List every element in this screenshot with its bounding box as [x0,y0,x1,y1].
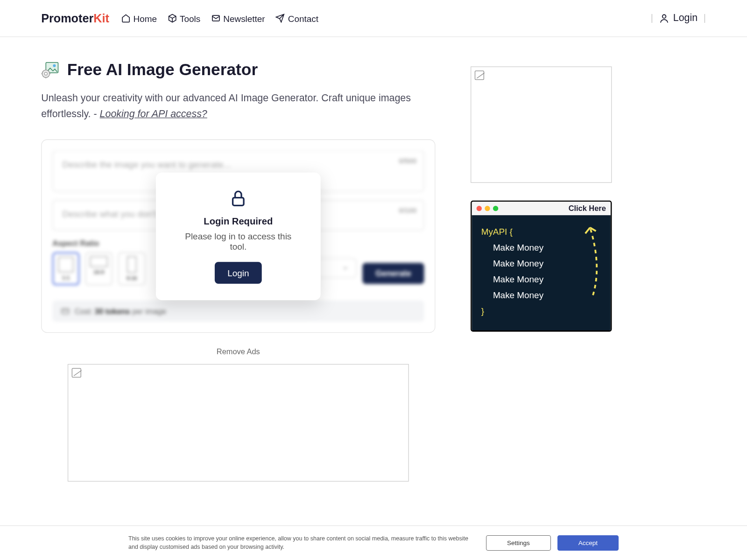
svg-rect-7 [233,197,244,205]
nav-contact[interactable]: Contact [275,13,318,23]
api-access-link[interactable]: Looking for API access? [100,108,207,119]
cookie-text: This site uses cookies to improve your o… [128,534,479,552]
home-icon [121,14,130,23]
aspect-ratio-label: Aspect Ratio [52,239,145,248]
char-count: 0/100 [399,207,416,215]
cookie-banner: This site uses cookies to improve your o… [0,525,747,560]
cookie-settings-button[interactable]: Settings [486,535,551,551]
cookie-accept-button[interactable]: Accept [557,535,619,551]
logo[interactable]: PromoterKit [41,12,109,25]
subtitle: Unleash your creativity with our advance… [41,90,435,122]
card-icon [61,307,70,316]
svg-rect-6 [62,309,69,314]
nav-home[interactable]: Home [121,13,157,23]
sidebar-ad-2[interactable]: Click Here MyAPI { Make Money Make Money… [471,201,612,332]
cost-info: Cost: 30 tokens per image [52,301,424,322]
ratio-1-1[interactable]: 1:1 [52,252,79,286]
send-icon [275,14,285,23]
sidebar-ad-1[interactable] [471,66,612,182]
chevron-down-icon [342,265,349,272]
lock-icon [229,189,247,208]
image-gen-icon [41,61,60,79]
inline-ad[interactable] [68,364,409,482]
click-here-label: Click Here [569,204,606,213]
ratio-9-16[interactable]: 9:16 [118,252,145,286]
main-nav: Home Tools Newsletter Contact [121,13,318,23]
ratio-16-9[interactable]: 16:9 [85,252,113,286]
modal-title: Login Required [179,216,297,227]
svg-point-5 [44,72,47,75]
svg-point-1 [662,15,666,19]
char-count: 0/500 [399,157,416,166]
login-area: | Login | [651,12,706,24]
login-modal: Login Required Please log in to access t… [156,173,321,300]
sidebar: Click Here MyAPI { Make Money Make Money… [471,61,612,482]
header: PromoterKit Home Tools Newsletter Contac… [0,0,747,37]
page-title: Free AI Image Generator [67,61,258,79]
code-ad-body: MyAPI { Make Money Make Money Make Money… [472,215,611,330]
remove-ads-link[interactable]: Remove Ads [41,347,435,356]
tool-card: Describe the image you want to generate.… [41,140,435,333]
login-link[interactable]: Login [659,12,698,24]
modal-login-button[interactable]: Login [214,262,262,284]
nav-tools[interactable]: Tools [168,13,201,23]
box-icon [168,14,177,23]
modal-text: Please log in to access this tool. [179,231,297,252]
generate-button[interactable]: Generate [363,263,424,284]
svg-point-3 [53,64,56,67]
user-icon [659,13,669,24]
arrow-icon [581,219,605,301]
mail-icon [211,14,220,23]
nav-newsletter[interactable]: Newsletter [211,13,265,23]
window-dots [477,206,499,211]
